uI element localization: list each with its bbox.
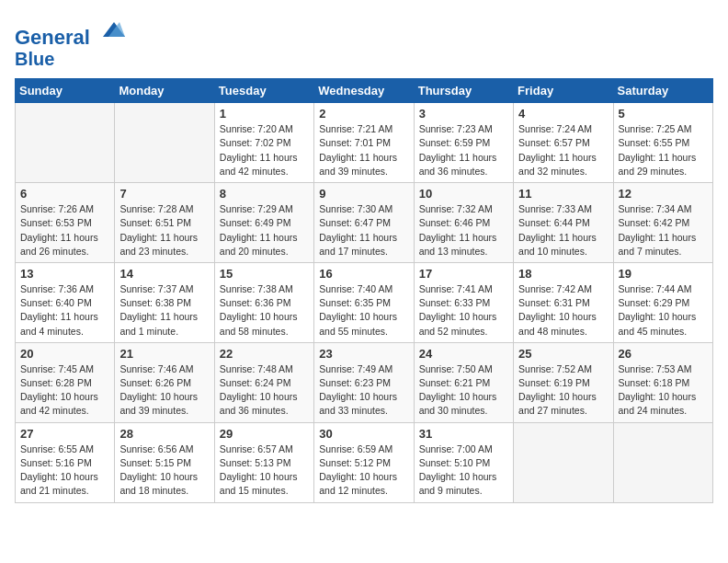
calendar-cell: 8Sunrise: 7:29 AMSunset: 6:49 PMDaylight… [214,183,313,263]
calendar-cell: 21Sunrise: 7:46 AMSunset: 6:26 PMDayligh… [115,342,214,422]
day-number: 28 [119,427,209,441]
calendar-cell: 25Sunrise: 7:52 AMSunset: 6:19 PMDayligh… [514,342,613,422]
page-header: General Blue [15,15,713,69]
calendar-week-row: 1Sunrise: 7:20 AMSunset: 7:02 PMDaylight… [16,103,713,183]
day-number: 15 [220,267,309,281]
day-info: Sunrise: 7:42 AMSunset: 6:31 PMDaylight:… [518,282,608,339]
calendar-cell: 29Sunrise: 6:57 AMSunset: 5:13 PMDayligh… [214,422,313,502]
day-info: Sunrise: 7:53 AMSunset: 6:18 PMDaylight:… [619,362,708,419]
day-number: 25 [518,347,608,361]
calendar-week-row: 27Sunrise: 6:55 AMSunset: 5:16 PMDayligh… [16,422,713,502]
calendar-header-row: SundayMondayTuesdayWednesdayThursdayFrid… [16,79,713,103]
day-info: Sunrise: 7:41 AMSunset: 6:33 PMDaylight:… [419,282,508,339]
day-number: 22 [220,347,309,361]
calendar-cell: 9Sunrise: 7:30 AMSunset: 6:47 PMDaylight… [314,183,414,263]
day-info: Sunrise: 6:56 AMSunset: 5:15 PMDaylight:… [119,442,209,499]
logo-icon [99,15,129,44]
day-number: 18 [518,267,608,281]
day-info: Sunrise: 7:20 AMSunset: 7:02 PMDaylight:… [220,122,309,178]
calendar-cell: 31Sunrise: 7:00 AMSunset: 5:10 PMDayligh… [414,422,513,502]
calendar-table: SundayMondayTuesdayWednesdayThursdayFrid… [15,78,713,502]
calendar-cell: 13Sunrise: 7:36 AMSunset: 6:40 PMDayligh… [16,262,115,342]
day-number: 29 [220,427,309,441]
day-number: 31 [419,427,508,441]
day-number: 13 [20,267,109,281]
day-info: Sunrise: 7:26 AMSunset: 6:53 PMDaylight:… [20,202,109,259]
calendar-cell: 22Sunrise: 7:48 AMSunset: 6:24 PMDayligh… [214,342,313,422]
calendar-cell: 4Sunrise: 7:24 AMSunset: 6:57 PMDaylight… [514,103,613,183]
calendar-cell: 17Sunrise: 7:41 AMSunset: 6:33 PMDayligh… [414,262,513,342]
day-info: Sunrise: 7:00 AMSunset: 5:10 PMDaylight:… [419,442,508,499]
calendar-cell: 15Sunrise: 7:38 AMSunset: 6:36 PMDayligh… [214,262,313,342]
calendar-cell: 28Sunrise: 6:56 AMSunset: 5:15 PMDayligh… [115,422,214,502]
day-info: Sunrise: 7:36 AMSunset: 6:40 PMDaylight:… [20,282,109,339]
day-info: Sunrise: 7:38 AMSunset: 6:36 PMDaylight:… [220,282,309,339]
calendar-cell: 12Sunrise: 7:34 AMSunset: 6:42 PMDayligh… [613,183,712,263]
day-number: 4 [518,107,608,121]
day-number: 12 [619,187,708,201]
day-info: Sunrise: 7:29 AMSunset: 6:49 PMDaylight:… [220,202,309,259]
calendar-cell: 30Sunrise: 6:59 AMSunset: 5:12 PMDayligh… [314,422,414,502]
day-info: Sunrise: 7:21 AMSunset: 7:01 PMDaylight:… [319,122,408,178]
day-number: 24 [419,347,508,361]
calendar-cell: 10Sunrise: 7:32 AMSunset: 6:46 PMDayligh… [414,183,513,263]
calendar-cell: 3Sunrise: 7:23 AMSunset: 6:59 PMDaylight… [414,103,513,183]
col-header-monday: Monday [115,79,214,103]
day-info: Sunrise: 7:48 AMSunset: 6:24 PMDaylight:… [220,362,309,419]
day-number: 16 [319,267,408,281]
day-info: Sunrise: 7:32 AMSunset: 6:46 PMDaylight:… [419,202,508,259]
calendar-cell: 2Sunrise: 7:21 AMSunset: 7:01 PMDaylight… [314,103,414,183]
col-header-saturday: Saturday [613,79,712,103]
day-info: Sunrise: 6:57 AMSunset: 5:13 PMDaylight:… [220,442,309,499]
day-info: Sunrise: 7:37 AMSunset: 6:38 PMDaylight:… [119,282,209,339]
day-number: 6 [20,187,109,201]
calendar-cell: 14Sunrise: 7:37 AMSunset: 6:38 PMDayligh… [115,262,214,342]
day-number: 21 [119,347,209,361]
calendar-cell: 23Sunrise: 7:49 AMSunset: 6:23 PMDayligh… [314,342,414,422]
day-info: Sunrise: 7:44 AMSunset: 6:29 PMDaylight:… [619,282,708,339]
day-info: Sunrise: 7:24 AMSunset: 6:57 PMDaylight:… [518,122,608,178]
day-number: 3 [419,107,508,121]
day-number: 27 [20,427,109,441]
calendar-body: 1Sunrise: 7:20 AMSunset: 7:02 PMDaylight… [16,103,713,502]
day-info: Sunrise: 7:49 AMSunset: 6:23 PMDaylight:… [319,362,408,419]
calendar-week-row: 13Sunrise: 7:36 AMSunset: 6:40 PMDayligh… [16,262,713,342]
day-info: Sunrise: 6:55 AMSunset: 5:16 PMDaylight:… [20,442,109,499]
calendar-cell [613,422,712,502]
day-info: Sunrise: 7:45 AMSunset: 6:28 PMDaylight:… [20,362,109,419]
day-number: 20 [20,347,109,361]
calendar-cell: 5Sunrise: 7:25 AMSunset: 6:55 PMDaylight… [613,103,712,183]
day-info: Sunrise: 7:23 AMSunset: 6:59 PMDaylight:… [419,122,508,178]
day-number: 23 [319,347,408,361]
day-info: Sunrise: 7:25 AMSunset: 6:55 PMDaylight:… [619,122,708,178]
day-number: 7 [119,187,209,201]
day-info: Sunrise: 6:59 AMSunset: 5:12 PMDaylight:… [319,442,408,499]
calendar-week-row: 6Sunrise: 7:26 AMSunset: 6:53 PMDaylight… [16,183,713,263]
col-header-friday: Friday [514,79,613,103]
logo-general: General [15,26,90,49]
logo-blue: Blue [15,49,129,69]
calendar-cell: 19Sunrise: 7:44 AMSunset: 6:29 PMDayligh… [613,262,712,342]
day-info: Sunrise: 7:46 AMSunset: 6:26 PMDaylight:… [119,362,209,419]
day-info: Sunrise: 7:28 AMSunset: 6:51 PMDaylight:… [119,202,209,259]
day-info: Sunrise: 7:30 AMSunset: 6:47 PMDaylight:… [319,202,408,259]
calendar-week-row: 20Sunrise: 7:45 AMSunset: 6:28 PMDayligh… [16,342,713,422]
day-number: 2 [319,107,408,121]
day-info: Sunrise: 7:40 AMSunset: 6:35 PMDaylight:… [319,282,408,339]
day-number: 8 [220,187,309,201]
calendar-cell: 18Sunrise: 7:42 AMSunset: 6:31 PMDayligh… [514,262,613,342]
day-info: Sunrise: 7:52 AMSunset: 6:19 PMDaylight:… [518,362,608,419]
col-header-sunday: Sunday [16,79,115,103]
day-info: Sunrise: 7:33 AMSunset: 6:44 PMDaylight:… [518,202,608,259]
col-header-wednesday: Wednesday [314,79,414,103]
day-number: 9 [319,187,408,201]
calendar-cell [115,103,214,183]
day-number: 26 [619,347,708,361]
day-number: 14 [119,267,209,281]
calendar-cell: 26Sunrise: 7:53 AMSunset: 6:18 PMDayligh… [613,342,712,422]
day-number: 17 [419,267,508,281]
calendar-cell [16,103,115,183]
calendar-cell [514,422,613,502]
day-number: 10 [419,187,508,201]
day-number: 5 [619,107,708,121]
